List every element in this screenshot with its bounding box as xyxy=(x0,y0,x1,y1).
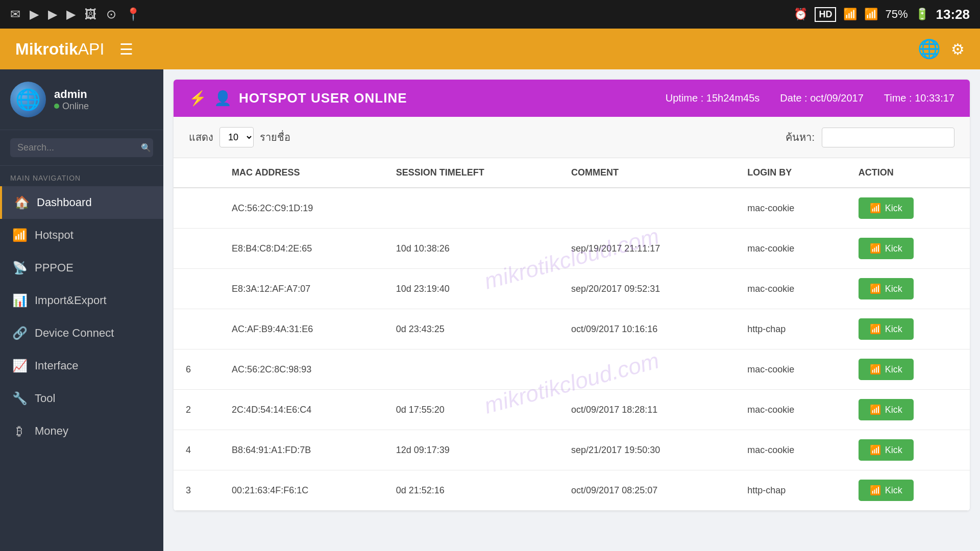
table-row: 6 AC:56:2C:8C:98:93 mac-cookie 📶Kick xyxy=(174,349,970,390)
search-label: ค้นหา: xyxy=(786,129,815,145)
hotspot-title: HOTSPOT USER ONLINE xyxy=(239,90,407,106)
kick-button[interactable]: 📶Kick xyxy=(859,318,914,340)
nav-item-dashboard[interactable]: 🏠 Dashboard xyxy=(0,186,163,219)
hotspot-icon: 📶 xyxy=(12,228,27,242)
table-row: AC:56:2C:C9:1D:19 mac-cookie 📶Kick xyxy=(174,188,970,229)
main-content: ⚡ 👤 HOTSPOT USER ONLINE Uptime : 15h24m4… xyxy=(163,69,980,551)
row-loginby: mac-cookie xyxy=(735,349,846,390)
wifi-kick-icon: 📶 xyxy=(870,364,881,375)
date-display: Date : oct/09/2017 xyxy=(780,92,863,104)
row-mac: AC:AF:B9:4A:31:E6 xyxy=(219,309,384,349)
row-action: 📶Kick xyxy=(846,390,970,430)
row-session: 12d 09:17:39 xyxy=(384,430,559,470)
table-row: E8:3A:12:AF:A7:07 10d 23:19:40 sep/20/20… xyxy=(174,269,970,309)
wifi-kick-icon: 📶 xyxy=(870,323,881,335)
interface-label: Interface xyxy=(35,359,79,372)
wifi-kick-icon: 📶 xyxy=(870,444,881,456)
row-session: 0d 21:52:16 xyxy=(384,470,559,511)
battery-level: 75% xyxy=(885,8,908,21)
youtube-icon-3: ▶ xyxy=(66,7,76,21)
dashboard-icon: 🏠 xyxy=(14,195,29,210)
user-icon: 👤 xyxy=(214,90,232,107)
lightning-icon: ⚡ xyxy=(189,90,207,107)
wifi-kick-icon: 📶 xyxy=(870,283,881,294)
table-controls-left: แสดง 10 25 50 รายชื่อ xyxy=(189,127,290,147)
kick-button[interactable]: 📶Kick xyxy=(859,439,914,461)
row-loginby: mac-cookie xyxy=(735,229,846,269)
kick-button[interactable]: 📶Kick xyxy=(859,278,914,299)
wifi-kick-icon: 📶 xyxy=(870,404,881,415)
table-search-input[interactable] xyxy=(822,128,954,147)
deviceconnect-label: Device Connect xyxy=(35,327,114,340)
kick-button[interactable]: 📶Kick xyxy=(859,480,914,501)
gallery-icon: 🖼 xyxy=(85,7,97,21)
show-select[interactable]: 10 25 50 xyxy=(219,127,254,147)
row-action: 📶Kick xyxy=(846,349,970,390)
table-row: 4 B8:64:91:A1:FD:7B 12d 09:17:39 sep/21/… xyxy=(174,430,970,470)
row-action: 📶Kick xyxy=(846,229,970,269)
wifi-kick-icon: 📶 xyxy=(870,243,881,254)
row-num xyxy=(174,309,219,349)
table-wrapper: mikrotikcloud.com mikrotikcloud.com MAC … xyxy=(174,158,970,511)
uptime-display: Uptime : 15h24m45s xyxy=(666,92,760,104)
list-label: รายชื่อ xyxy=(260,129,290,145)
nav-item-deviceconnect[interactable]: 🔗 Device Connect xyxy=(0,317,163,349)
row-mac: E8:3A:12:AF:A7:07 xyxy=(219,269,384,309)
row-num: 3 xyxy=(174,470,219,511)
nav-item-pppoe[interactable]: 📡 PPPOE xyxy=(0,252,163,284)
row-loginby: http-chap xyxy=(735,309,846,349)
alarm-icon: ⏰ xyxy=(794,8,807,21)
nav-item-interface[interactable]: 📈 Interface xyxy=(0,349,163,382)
row-action: 📶Kick xyxy=(846,470,970,511)
row-action: 📶Kick xyxy=(846,269,970,309)
nav-item-money[interactable]: ₿ Money xyxy=(0,415,163,447)
hotspot-panel: ⚡ 👤 HOTSPOT USER ONLINE Uptime : 15h24m4… xyxy=(174,80,970,511)
menu-icon[interactable]: ☰ xyxy=(119,40,133,58)
row-mac: B8:64:91:A1:FD:7B xyxy=(219,430,384,470)
col-header-action: ACTION xyxy=(846,158,970,188)
wifi-kick-icon: 📶 xyxy=(870,485,881,496)
hotspot-label: Hotspot xyxy=(35,229,74,242)
row-loginby: mac-cookie xyxy=(735,390,846,430)
row-loginby: mac-cookie xyxy=(735,430,846,470)
nav-item-hotspot[interactable]: 📶 Hotspot xyxy=(0,219,163,252)
nav-item-tool[interactable]: 🔧 Tool xyxy=(0,382,163,415)
wifi-kick-icon: 📶 xyxy=(870,203,881,214)
row-mac: 2C:4D:54:14:E6:C4 xyxy=(219,390,384,430)
nav-item-importexport[interactable]: 📊 Import&Export xyxy=(0,284,163,317)
kick-button[interactable]: 📶Kick xyxy=(859,399,914,420)
row-action: 📶Kick xyxy=(846,430,970,470)
row-session: 0d 17:55:20 xyxy=(384,390,559,430)
youtube-icon-2: ▶ xyxy=(48,7,57,21)
hotspot-header-left: ⚡ 👤 HOTSPOT USER ONLINE xyxy=(189,90,407,107)
main-layout: 🌐 admin Online 🔍 MAIN NAVIGATION 🏠 Dashb… xyxy=(0,69,980,551)
hotspot-info: Uptime : 15h24m45s Date : oct/09/2017 Ti… xyxy=(666,92,954,104)
row-comment: oct/09/2017 08:25:07 xyxy=(559,470,735,511)
row-mac: 00:21:63:4F:F6:1C xyxy=(219,470,384,511)
kick-button[interactable]: 📶Kick xyxy=(859,359,914,380)
row-num xyxy=(174,188,219,229)
profile-name: admin xyxy=(54,88,89,101)
sidebar: 🌐 admin Online 🔍 MAIN NAVIGATION 🏠 Dashb… xyxy=(0,69,163,551)
money-icon: ₿ xyxy=(12,424,27,438)
col-header-num xyxy=(174,158,219,188)
kick-button[interactable]: 📶Kick xyxy=(859,238,914,259)
table-row: E8:B4:C8:D4:2E:65 10d 10:38:26 sep/19/20… xyxy=(174,229,970,269)
row-mac: AC:56:2C:8C:98:93 xyxy=(219,349,384,390)
money-label: Money xyxy=(35,424,68,438)
row-comment: oct/09/2017 18:28:11 xyxy=(559,390,735,430)
sidebar-profile: 🌐 admin Online xyxy=(0,69,163,130)
globe-icon[interactable]: 🌐 xyxy=(918,38,941,60)
row-mac: AC:56:2C:C9:1D:19 xyxy=(219,188,384,229)
settings-icon[interactable]: ⚙ xyxy=(951,40,965,58)
tool-label: Tool xyxy=(35,392,55,405)
refresh-icon: ⊙ xyxy=(106,7,116,21)
kick-button[interactable]: 📶Kick xyxy=(859,197,914,219)
search-input[interactable] xyxy=(17,142,136,153)
online-dot xyxy=(54,104,59,109)
row-session: 10d 10:38:26 xyxy=(384,229,559,269)
row-comment: sep/19/2017 21:11:17 xyxy=(559,229,735,269)
row-loginby: mac-cookie xyxy=(735,269,846,309)
tool-icon: 🔧 xyxy=(12,391,27,406)
battery-icon: 🔋 xyxy=(915,8,929,21)
